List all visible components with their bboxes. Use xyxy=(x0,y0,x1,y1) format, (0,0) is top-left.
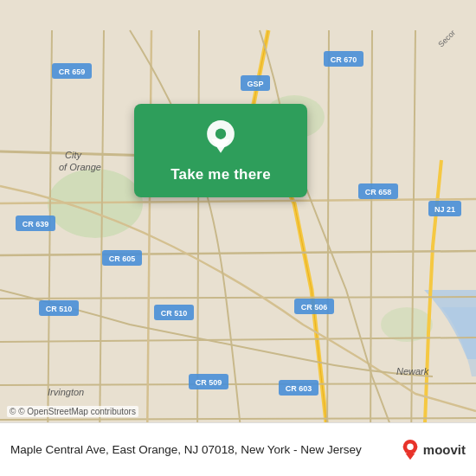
map-background: CR 659 CR 670 GSP CR 658 NJ 21 CR 639 CR… xyxy=(0,0,476,476)
moovit-logo: moovit xyxy=(401,439,466,461)
take-me-there-button[interactable]: Take me there xyxy=(170,166,271,183)
svg-text:of Orange: of Orange xyxy=(59,162,101,172)
svg-text:Irvington: Irvington xyxy=(48,387,84,397)
credit-text: © OpenStreetMap contributors xyxy=(18,407,136,416)
svg-point-3 xyxy=(381,307,433,342)
svg-point-48 xyxy=(215,129,226,139)
svg-text:NJ 21: NJ 21 xyxy=(434,205,455,214)
info-bar: Maple Central Ave, East Orange, NJ 07018… xyxy=(0,422,476,476)
svg-text:CR 670: CR 670 xyxy=(331,55,357,64)
moovit-pin-icon xyxy=(401,439,420,461)
action-card[interactable]: Take me there xyxy=(134,104,307,197)
svg-text:CR 510: CR 510 xyxy=(46,305,73,313)
svg-text:Newark: Newark xyxy=(396,366,429,376)
map-roads: CR 659 CR 670 GSP CR 658 NJ 21 CR 639 CR… xyxy=(0,0,476,476)
address-block: Maple Central Ave, East Orange, NJ 07018… xyxy=(10,441,392,459)
map-container: CR 659 CR 670 GSP CR 658 NJ 21 CR 639 CR… xyxy=(0,0,476,476)
svg-text:CR 659: CR 659 xyxy=(59,68,86,76)
svg-text:City: City xyxy=(65,150,82,160)
location-pin-icon xyxy=(202,119,240,158)
svg-marker-52 xyxy=(405,453,415,459)
svg-text:CR 603: CR 603 xyxy=(286,384,312,393)
address-line: Maple Central Ave, East Orange, NJ 07018… xyxy=(10,443,362,456)
svg-text:CR 658: CR 658 xyxy=(365,188,392,196)
svg-text:CR 506: CR 506 xyxy=(301,303,328,312)
svg-marker-49 xyxy=(211,139,229,153)
svg-text:CR 509: CR 509 xyxy=(196,378,222,387)
svg-text:CR 605: CR 605 xyxy=(109,254,136,263)
moovit-text: moovit xyxy=(423,442,466,457)
svg-text:CR 639: CR 639 xyxy=(23,220,49,228)
svg-point-51 xyxy=(407,443,413,449)
svg-text:GSP: GSP xyxy=(247,80,263,88)
openstreetmap-credit: © © OpenStreetMap contributors xyxy=(7,406,138,417)
svg-text:CR 510: CR 510 xyxy=(161,309,188,318)
credit-symbol: © xyxy=(10,407,16,416)
